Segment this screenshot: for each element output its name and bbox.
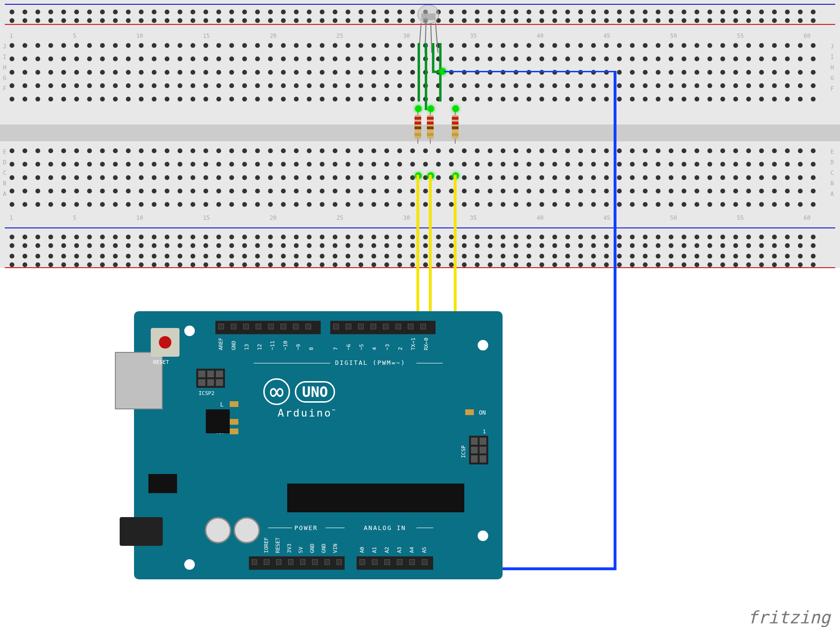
led-on-label: ON — [479, 409, 486, 416]
joint — [415, 105, 422, 112]
joint — [439, 68, 446, 75]
holes-row — [10, 97, 830, 102]
rail-bot-red — [5, 267, 835, 268]
led-rx — [230, 429, 238, 434]
led-tx — [230, 419, 238, 425]
svg-rect-8 — [414, 122, 421, 124]
infinity-icon: ∞ — [263, 378, 290, 405]
holes-row — [10, 189, 830, 193]
header-digital-left — [215, 321, 321, 334]
svg-line-4 — [431, 23, 432, 53]
row-letters-left-bot: EDCBA — [3, 148, 10, 197]
icsp2-label: ICSP2 — [199, 390, 214, 396]
holes-row — [10, 70, 830, 75]
svg-rect-17 — [427, 133, 434, 136]
mounting-hole — [184, 559, 195, 570]
svg-rect-21 — [452, 117, 459, 120]
resistor-1 — [413, 110, 423, 144]
capacitors — [205, 517, 260, 543]
rgb-led — [416, 5, 440, 34]
reset-button[interactable] — [151, 328, 179, 357]
holes-row — [10, 235, 830, 239]
mounting-hole — [478, 530, 488, 541]
mounting-hole — [478, 340, 488, 350]
icsp-label: ICSP — [460, 445, 467, 458]
row-letters-right-top: JIHGF — [830, 43, 837, 92]
section-digital: DIGITAL (PWM=~) — [335, 359, 405, 366]
section-analog: ANALOG IN — [364, 524, 406, 531]
header-analog — [357, 556, 433, 570]
led-l — [230, 401, 238, 407]
joint — [427, 105, 434, 112]
voltage-regulator — [148, 474, 177, 493]
uno-badge: UNO — [295, 381, 335, 403]
holes-row — [10, 148, 830, 153]
atmega-chip — [287, 484, 464, 512]
decorative-line — [254, 363, 330, 363]
svg-rect-23 — [452, 126, 459, 129]
resistor-3 — [450, 110, 460, 144]
digital-pin-labels-1: AREFGND1312~11~10~98 — [218, 338, 314, 350]
led-on — [465, 409, 474, 415]
svg-line-3 — [425, 23, 426, 53]
decorative-line — [416, 363, 443, 363]
joint — [452, 105, 459, 112]
rail-mid-blue — [5, 227, 835, 228]
holes-row — [10, 202, 830, 207]
svg-line-2 — [419, 23, 421, 53]
digital-pin-labels-2: 7~6~54~32TX→1RX←0 — [333, 338, 429, 350]
decorative-line — [416, 528, 433, 528]
svg-line-5 — [436, 23, 438, 53]
power-jack — [120, 517, 163, 546]
svg-rect-16 — [427, 126, 434, 129]
holes-row — [10, 56, 830, 61]
row-letters-left-top: JIHGF — [3, 43, 10, 92]
row-letters-right-bot: EDCBA — [830, 148, 837, 197]
decorative-line — [268, 528, 292, 528]
holes-row — [10, 254, 830, 259]
svg-rect-22 — [452, 122, 459, 124]
holes-row — [10, 262, 830, 267]
arduino-text: Arduino™ — [278, 407, 336, 419]
smd-chip — [206, 409, 230, 433]
arduino-uno: RESET AREFGND1312~11~10~98 7~6~54~32TX→1… — [134, 311, 503, 579]
joint — [415, 172, 422, 179]
header-digital-right — [330, 321, 436, 334]
svg-rect-15 — [427, 122, 434, 124]
power-pin-labels: IOREFRESET3V35VGNDGNDVIN — [263, 537, 338, 553]
icsp-pin1: 1 — [482, 429, 486, 435]
resistor-2 — [425, 110, 436, 144]
col-numbers-bot: 151015202530354045505560 — [10, 214, 830, 221]
fritzing-watermark: fritzing — [748, 608, 830, 627]
svg-rect-10 — [414, 133, 421, 136]
svg-rect-9 — [414, 126, 421, 129]
arduino-logo: ∞ UNO — [263, 378, 335, 405]
led-l-label: L — [220, 401, 224, 408]
header-power — [249, 556, 345, 570]
joint — [427, 172, 434, 179]
svg-rect-1 — [421, 13, 436, 20]
holes-row — [10, 243, 830, 248]
reset-label: RESET — [153, 359, 169, 365]
decorative-line — [325, 528, 345, 528]
joint — [452, 172, 459, 179]
icsp-header — [469, 436, 488, 464]
analog-pin-labels: A0A1A2A3A4A5 — [359, 547, 427, 553]
svg-rect-14 — [427, 117, 434, 120]
holes-row — [10, 83, 830, 88]
holes-row — [10, 162, 830, 167]
svg-rect-7 — [414, 117, 421, 120]
icsp2-header — [196, 369, 225, 388]
svg-rect-24 — [452, 133, 459, 136]
mounting-hole — [184, 326, 195, 336]
section-power: POWER — [294, 524, 318, 531]
